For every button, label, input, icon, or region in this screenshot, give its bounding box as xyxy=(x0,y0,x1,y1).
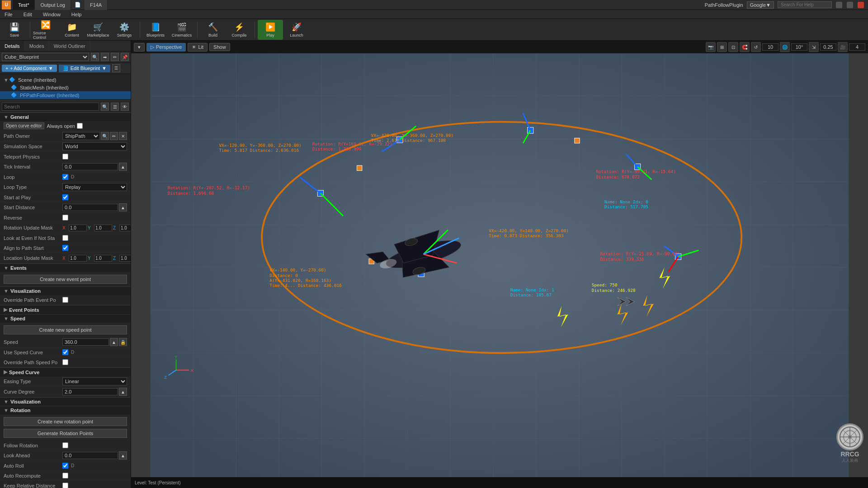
open-curve-editor-btn[interactable]: Open curve editor xyxy=(4,122,44,129)
menu-edit[interactable]: Edit xyxy=(21,12,35,17)
location-z-input[interactable]: 1.0 xyxy=(119,255,131,262)
override-path-speed-checkbox[interactable] xyxy=(62,359,68,365)
help-search[interactable] xyxy=(778,1,832,8)
start-distance-input[interactable]: 0.0 xyxy=(62,204,118,211)
keep-relative-checkbox[interactable] xyxy=(62,483,68,488)
cinematics-button[interactable]: 🎬 Cinematics xyxy=(169,20,194,40)
viewport-dropdown-btn[interactable]: ▾ xyxy=(134,43,145,52)
vp-snap-surface-btn[interactable]: ⊡ xyxy=(728,42,738,52)
section-speed-curve[interactable]: ▶ Speed Curve xyxy=(0,367,131,376)
tree-item-pfpathfollower[interactable]: 🔷 PFPathFollower (Inherited) xyxy=(0,91,131,99)
blueprint-dropdown[interactable]: Cube_Blueprint xyxy=(2,53,89,61)
show-btn[interactable]: Show xyxy=(209,43,230,51)
play-button[interactable]: ▶️ Play xyxy=(258,20,283,40)
edit-blueprint-button[interactable]: 📘 Edit Blueprint ▼ xyxy=(59,65,110,72)
section-general[interactable]: ▼ General xyxy=(0,113,131,121)
content-button[interactable]: 📁 Content xyxy=(59,20,85,40)
speed-input[interactable]: 360.0 xyxy=(62,338,109,346)
teleport-physics-checkbox[interactable] xyxy=(62,154,68,160)
vp-grid-size[interactable]: 10 xyxy=(762,43,778,51)
save-button[interactable]: 💾 Save xyxy=(2,20,27,40)
path-owner-browse[interactable]: 🔍 xyxy=(101,132,109,140)
loop-type-select[interactable]: Replay Linear xyxy=(62,183,127,191)
path-owner-edit[interactable]: ✏ xyxy=(110,132,118,140)
source-control-button[interactable]: 🔀 Source Control xyxy=(33,20,58,40)
follow-rotation-checkbox[interactable] xyxy=(62,442,68,448)
vp-scale-btn[interactable]: ⇲ xyxy=(809,42,819,52)
location-x-input[interactable]: 1.0 xyxy=(69,255,87,262)
tick-interval-inc[interactable]: ▲ xyxy=(119,163,127,171)
path-owner-clear[interactable]: ✕ xyxy=(119,132,127,140)
vp-camera-btn[interactable]: 📷 xyxy=(706,42,716,52)
section-speed[interactable]: ▼ Speed xyxy=(0,314,131,323)
edit-icon-btn[interactable]: ✏ xyxy=(111,53,119,61)
browse-icon-btn[interactable]: 🔍 xyxy=(91,53,99,61)
vp-snap-world-btn[interactable]: 🌐 xyxy=(780,42,790,52)
always-open-checkbox[interactable] xyxy=(77,123,83,129)
look-at-even-checkbox[interactable] xyxy=(62,235,68,241)
section-visualization[interactable]: ▼ Visualization xyxy=(0,286,131,295)
start-at-play-checkbox[interactable] xyxy=(62,194,68,200)
marketplace-button[interactable]: 🛒 Marketplace xyxy=(85,20,111,40)
google-dropdown[interactable]: Google▼ xyxy=(747,1,774,9)
vp-snap-rot-btn[interactable]: ↺ xyxy=(751,42,761,52)
align-to-path-checkbox[interactable] xyxy=(62,245,68,251)
look-ahead-inc[interactable]: ▲ xyxy=(119,451,127,460)
tab-modes[interactable]: Modes xyxy=(25,41,49,51)
curve-degree-input[interactable]: 2.0 xyxy=(62,388,118,395)
auto-recompute-checkbox[interactable] xyxy=(62,473,68,479)
tick-interval-input[interactable]: 0.0 xyxy=(62,163,118,170)
tab-details[interactable]: Details xyxy=(0,41,25,51)
tree-item-staticmesh[interactable]: 🔷 StaticMesh (Inherited) xyxy=(0,84,131,91)
compile-button[interactable]: ⚡ Compile xyxy=(226,20,252,40)
easing-type-select[interactable]: Linear xyxy=(62,377,127,385)
search-view-btn[interactable]: ☰ xyxy=(111,103,119,111)
override-path-event-checkbox[interactable] xyxy=(62,297,68,303)
tab-output-log[interactable]: Output Log xyxy=(35,0,71,10)
create-rotation-point-btn[interactable]: Create new rotation point xyxy=(4,417,127,426)
tab-world-outliner[interactable]: World Outliner xyxy=(49,41,90,51)
loop-checkbox[interactable] xyxy=(62,174,68,180)
vp-scale-val[interactable]: 0.25 xyxy=(820,43,836,51)
path-owner-select[interactable]: ShipPath xyxy=(62,132,100,140)
section-events[interactable]: ▼ Events xyxy=(0,263,131,272)
pin-icon-btn[interactable]: 📌 xyxy=(121,53,129,61)
vp-grid-btn[interactable]: ⊞ xyxy=(717,42,727,52)
minimize-button[interactable] xyxy=(836,2,842,8)
perspective-btn[interactable]: ▷ Perspective xyxy=(146,43,186,52)
blueprints-button[interactable]: 📘 Blueprints xyxy=(143,20,168,40)
add-component-button[interactable]: + + Add Component ▼ xyxy=(2,65,57,72)
search-filter-btn[interactable]: 🔍 xyxy=(101,103,109,111)
section-rotation[interactable]: ▼ Rotation xyxy=(0,406,131,414)
create-event-point-btn[interactable]: Create new event point xyxy=(4,275,127,284)
location-y-input[interactable]: 1.0 xyxy=(94,255,112,262)
search-options-btn[interactable]: 👁 xyxy=(121,103,129,111)
generate-rotation-points-btn[interactable]: Generate Rotation Points xyxy=(4,429,127,438)
look-ahead-input[interactable]: 0.0 xyxy=(62,452,118,459)
panel-options-btn[interactable]: ☰ xyxy=(112,64,120,72)
use-speed-curve-checkbox[interactable] xyxy=(62,349,68,355)
viewport[interactable]: ▾ ▷ Perspective ☀ Lit Show 📷 ⊞ ⊡ 🧲 ↺ 10 … xyxy=(131,41,868,488)
rotation-x-input[interactable]: 1.0 xyxy=(69,225,87,231)
auto-roll-checkbox[interactable] xyxy=(62,463,68,469)
tab-test[interactable]: Test* xyxy=(13,0,35,10)
menu-window[interactable]: Window xyxy=(40,12,63,17)
reverse-checkbox[interactable] xyxy=(62,215,68,221)
vp-cam-speed[interactable]: 4 xyxy=(849,43,865,51)
settings-button[interactable]: ⚙️ Settings xyxy=(112,20,137,40)
tab-f14a[interactable]: F14A xyxy=(85,0,108,10)
vp-snap-btn[interactable]: 🧲 xyxy=(740,42,750,52)
section-event-points[interactable]: ▶ Event Points xyxy=(0,305,131,314)
go-to-icon-btn[interactable]: ➡ xyxy=(101,53,109,61)
vp-cam-speed-btn[interactable]: 🎥 xyxy=(838,42,848,52)
vp-snap-deg[interactable]: 10° xyxy=(791,43,807,51)
menu-file[interactable]: File xyxy=(2,12,15,17)
tree-item-scene[interactable]: ▼ 🔷 Scene (Inherited) xyxy=(0,76,131,84)
launch-button[interactable]: 🚀 Launch xyxy=(284,20,309,40)
lit-btn[interactable]: ☀ Lit xyxy=(188,43,208,52)
create-speed-point-btn[interactable]: Create new speed point xyxy=(4,325,127,334)
rotation-z-input[interactable]: 1.0 xyxy=(119,225,131,231)
simulation-space-select[interactable]: World xyxy=(62,142,127,150)
start-distance-inc[interactable]: ▲ xyxy=(119,203,127,211)
speed-lock[interactable]: 🔒 xyxy=(119,338,127,346)
